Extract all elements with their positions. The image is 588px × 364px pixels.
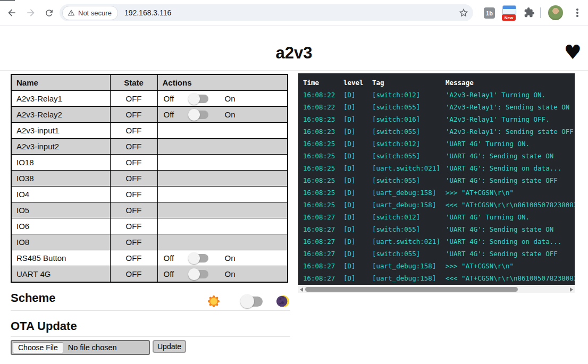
- log-message: 'UART 4G': Sending on data...: [446, 162, 575, 174]
- security-label: Not secure: [78, 9, 112, 17]
- ota-divider: [11, 336, 290, 337]
- log-time: 16:08:27: [303, 272, 343, 284]
- scheme-toggle[interactable]: [242, 297, 263, 307]
- device-toggle[interactable]: [190, 254, 208, 263]
- extension-new-button[interactable]: New: [502, 5, 516, 21]
- log-time: 16:08:23: [303, 125, 343, 138]
- log-level: [D]: [343, 199, 372, 211]
- back-button[interactable]: [5, 6, 18, 19]
- device-name: A2v3-input1: [11, 123, 110, 139]
- log-tag: [switch:055]: [372, 248, 446, 260]
- log-tag: [switch:055]: [372, 101, 446, 113]
- device-table: NameStateActions A2v3-Relay1OFFOffOnA2v3…: [11, 74, 288, 283]
- table-row: A2v3-input1OFF: [11, 123, 288, 139]
- device-actions: [157, 123, 288, 139]
- address-bar[interactable]: Not secure 192.168.3.116: [60, 4, 473, 21]
- url-text: 192.168.3.116: [124, 9, 172, 17]
- toggle-off-label: Off: [164, 253, 178, 263]
- device-toggle[interactable]: [190, 270, 208, 278]
- bookmark-star-button[interactable]: [458, 7, 469, 20]
- device-state: OFF: [110, 234, 157, 250]
- scroll-right-arrow-icon[interactable]: [570, 287, 573, 292]
- scrollbar-thumb[interactable]: [305, 287, 518, 292]
- device-name: IO18: [11, 155, 110, 171]
- security-chip[interactable]: Not secure: [62, 6, 118, 20]
- toggle-on-label: On: [225, 269, 236, 278]
- toggle-off-label: Off: [164, 110, 178, 119]
- device-name: UART 4G: [11, 266, 110, 283]
- extension-1b-button[interactable]: 1b: [484, 7, 495, 19]
- log-message: <<< "AT+CGSN\r\r\n861005078238083\: [446, 199, 575, 211]
- log-level: [D]: [343, 272, 372, 284]
- log-tag: [switch:055]: [372, 150, 446, 162]
- update-button[interactable]: Update: [153, 340, 186, 353]
- forward-button[interactable]: [24, 6, 37, 19]
- log-level: [D]: [343, 113, 372, 125]
- log-tag: [switch:012]: [372, 89, 446, 101]
- log-message: 'A2v3-Relay1': Sending state ON: [446, 101, 575, 113]
- log-entry: 16:08:23[D][switch:055]'A2v3-Relay1': Se…: [298, 125, 575, 138]
- scroll-left-arrow-icon[interactable]: [300, 287, 303, 292]
- log-message: 'UART 4G' Turning ON.: [446, 138, 575, 150]
- log-tag: [uart_debug:158]: [372, 199, 446, 211]
- log-level: [D]: [343, 260, 372, 272]
- log-entry: 16:08:27[D][uart_debug:158]>>> "AT+CGSN\…: [298, 260, 575, 272]
- warning-triangle-icon: [68, 9, 75, 16]
- toolbar-divider: [540, 7, 541, 18]
- device-state: OFF: [110, 250, 157, 266]
- column-header-actions: Actions: [157, 74, 288, 91]
- log-tag: [uart_debug:158]: [372, 272, 446, 284]
- device-toggle[interactable]: [190, 95, 208, 103]
- log-horizontal-scrollbar[interactable]: [298, 286, 575, 293]
- heart-icon: ♥: [564, 43, 582, 62]
- log-console: Time level Tag Message 16:08:22[D][switc…: [298, 73, 575, 285]
- page-title: a2v3: [0, 44, 588, 63]
- reload-button[interactable]: [43, 6, 55, 19]
- device-name: RS485 Button: [11, 250, 110, 266]
- log-header-tag: Tag: [372, 77, 446, 89]
- device-name: IO4: [11, 187, 110, 202]
- toggle-on-label: On: [225, 94, 236, 103]
- device-actions: [157, 234, 288, 250]
- log-time: 16:08:27: [303, 223, 343, 235]
- browser-menu-button[interactable]: [575, 7, 580, 18]
- window-edge: [0, 0, 15, 1]
- ota-file-input[interactable]: Choose File No file chosen: [11, 340, 150, 355]
- log-entry: 16:08:27[D][uart.switch:021]'UART 4G': S…: [298, 235, 575, 248]
- star-icon: [458, 7, 469, 18]
- log-entry: 16:08:22[D][switch:055]'A2v3-Relay1': Se…: [298, 101, 575, 113]
- column-header-name: Name: [11, 74, 110, 91]
- log-entry: 16:08:27[D][uart_debug:158]<<< "AT+CGSN\…: [298, 272, 575, 284]
- device-actions: [157, 202, 288, 218]
- table-row: A2v3-Relay2OFFOffOn: [11, 107, 288, 123]
- log-entry: 16:08:27[D][switch:055]'UART 4G': Sendin…: [298, 223, 575, 235]
- extensions-menu-button[interactable]: [524, 7, 535, 20]
- device-name: A2v3-Relay2: [11, 107, 110, 123]
- scheme-divider: [11, 310, 290, 311]
- device-actions: [157, 155, 288, 171]
- log-tag: [uart_debug:158]: [372, 260, 446, 272]
- log-message: 'A2v3-Relay1': Sending state OFF: [446, 125, 575, 138]
- extension-1b-label: 1b: [486, 10, 493, 16]
- log-level: [D]: [343, 174, 372, 187]
- log-level: [D]: [343, 162, 372, 174]
- choose-file-button[interactable]: Choose File: [13, 342, 63, 353]
- log-tag: [uart.switch:021]: [372, 235, 446, 248]
- device-toggle[interactable]: [190, 111, 208, 119]
- table-row: IO4OFF: [11, 187, 288, 202]
- device-actions: [157, 139, 288, 155]
- log-time: 16:08:22: [303, 89, 343, 101]
- log-level: [D]: [343, 150, 372, 162]
- back-arrow-icon: [6, 7, 17, 18]
- device-actions: [157, 171, 288, 187]
- log-time: 16:08:25: [303, 199, 343, 211]
- log-tag: [switch:055]: [372, 223, 446, 235]
- log-entry: 16:08:25[D][switch:055]'UART 4G': Sendin…: [298, 150, 575, 162]
- profile-avatar[interactable]: [548, 5, 563, 20]
- table-row: A2v3-input2OFF: [11, 139, 288, 155]
- device-actions: OffOn: [157, 107, 288, 123]
- table-row: RS485 ButtonOFFOffOn: [11, 250, 288, 266]
- toggle-off-label: Off: [164, 269, 178, 278]
- device-state: OFF: [110, 266, 157, 283]
- log-level: [D]: [343, 235, 372, 248]
